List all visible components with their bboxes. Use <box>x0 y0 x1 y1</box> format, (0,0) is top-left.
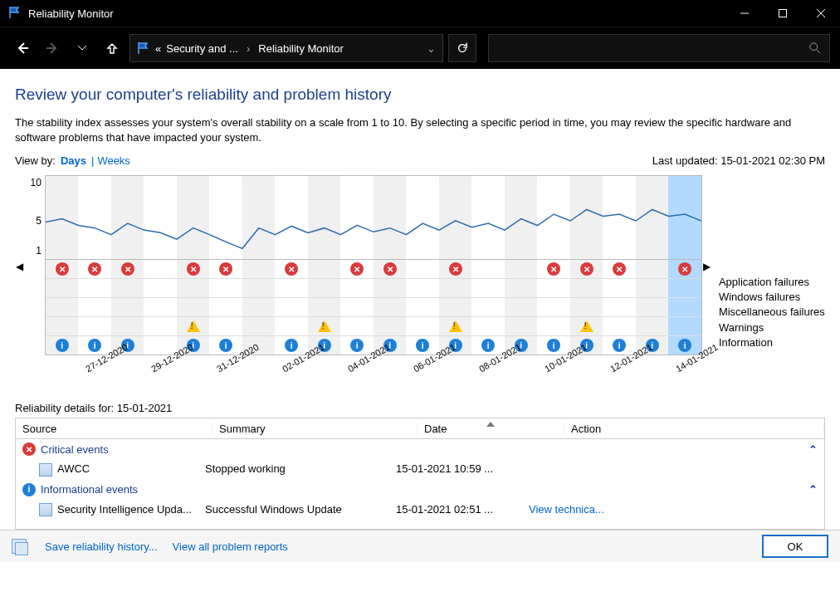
warn-icon <box>318 320 331 332</box>
search-icon <box>809 42 821 54</box>
err-icon: ✕ <box>678 262 691 276</box>
svg-point-6 <box>810 43 818 51</box>
row-windows-failures[interactable] <box>46 279 701 298</box>
date-axis: 27-12-202029-12-202031-12-202002-01-2021… <box>45 355 702 395</box>
details-title: Reliability details for: 15-01-2021 <box>15 402 825 414</box>
row-application-failures[interactable]: ✕✕✕✕✕✕✕✕✕✕✕✕✕ <box>46 260 701 279</box>
details-body[interactable]: ✕ Critical events ⌃ AWCC Stopped working… <box>15 439 825 530</box>
view-days-link[interactable]: Days <box>61 154 86 167</box>
legend-information: Information <box>719 335 825 350</box>
info-icon: i <box>416 339 429 352</box>
breadcrumb-truncate: « <box>155 42 161 55</box>
flag-icon <box>8 6 22 22</box>
err-icon: ✕ <box>350 262 364 276</box>
back-button[interactable] <box>10 36 35 61</box>
info-icon: i <box>285 339 298 352</box>
document-copy-icon <box>12 539 27 554</box>
forward-button[interactable] <box>40 36 65 61</box>
err-icon: ✕ <box>219 262 232 276</box>
ok-button[interactable]: OK <box>762 535 828 558</box>
content-area: Review your computer's reliability and p… <box>0 69 840 616</box>
view-by-label: View by: <box>15 154 56 167</box>
info-icon: i <box>481 339 495 352</box>
legend-warnings: Warnings <box>719 320 825 335</box>
event-rows: ✕✕✕✕✕✕✕✕✕✕✕✕✕ iiiiiiiiiiiiiiiiii <box>45 259 702 355</box>
info-icon: i <box>56 339 69 352</box>
table-row[interactable]: AWCC Stopped working 15-01-2021 10:59 ..… <box>16 459 824 480</box>
warn-icon <box>187 320 200 332</box>
row-miscellaneous-failures[interactable] <box>46 298 701 317</box>
view-technical-link[interactable]: View technica... <box>529 503 818 517</box>
legend-app-failures: Application failures <box>719 275 825 290</box>
info-icon: i <box>613 339 626 352</box>
err-icon: ✕ <box>121 262 134 276</box>
err-icon: ✕ <box>449 262 462 276</box>
titlebar: Reliability Monitor <box>0 0 840 27</box>
scroll-left-button[interactable]: ◀ <box>15 175 25 358</box>
err-icon: ✕ <box>580 262 593 276</box>
up-button[interactable] <box>100 36 125 61</box>
svg-line-7 <box>817 50 820 53</box>
svg-rect-1 <box>779 10 787 17</box>
err-icon: ✕ <box>56 262 69 276</box>
legend: Application failures Windows failures Mi… <box>712 175 825 395</box>
stability-graph[interactable] <box>45 175 702 259</box>
refresh-button[interactable] <box>448 34 476 62</box>
chevron-up-icon: ⌃ <box>808 483 818 496</box>
toolbar: « Security and ... › Reliability Monitor… <box>0 27 840 69</box>
col-source[interactable]: Source <box>16 423 212 435</box>
app-window: Reliability Monitor « Security and ... ›… <box>0 0 840 616</box>
footer: Save reliability history... View all pro… <box>0 530 840 562</box>
legend-win-failures: Windows failures <box>719 290 825 305</box>
col-summary[interactable]: Summary <box>212 423 418 435</box>
group-informational[interactable]: i Informational events ⌃ <box>16 480 824 500</box>
maximize-button[interactable] <box>764 0 802 27</box>
scroll-right-button[interactable]: ▶ <box>702 175 712 358</box>
info-icon: i <box>22 483 36 496</box>
err-icon: ✕ <box>285 262 298 276</box>
info-icon: i <box>88 339 101 352</box>
err-icon: ✕ <box>383 262 397 276</box>
info-icon: i <box>547 339 560 352</box>
error-icon: ✕ <box>22 442 36 456</box>
chevron-down-icon[interactable]: ⌄ <box>427 42 436 55</box>
breadcrumb[interactable]: « Security and ... › Reliability Monitor… <box>129 34 443 62</box>
breadcrumb-seg2[interactable]: Reliability Monitor <box>258 42 344 55</box>
group-critical[interactable]: ✕ Critical events ⌃ <box>16 439 824 459</box>
chevron-right-icon: › <box>247 42 250 55</box>
page-description: The stability index assesses your system… <box>15 115 825 144</box>
info-icon: i <box>678 339 691 352</box>
view-weeks-link[interactable]: Weeks <box>97 154 130 167</box>
last-updated: Last updated: 15-01-2021 02:30 PM <box>652 154 825 167</box>
legend-misc-failures: Miscellaneous failures <box>719 305 825 320</box>
window-title: Reliability Monitor <box>28 7 114 20</box>
save-history-link[interactable]: Save reliability history... <box>45 540 158 553</box>
details-header: Source Summary Date Action <box>15 418 825 439</box>
info-icon: i <box>219 339 232 352</box>
details-panel: Reliability details for: 15-01-2021 Sour… <box>0 395 840 530</box>
err-icon: ✕ <box>187 262 200 276</box>
history-dropdown[interactable] <box>70 36 95 61</box>
minimize-button[interactable] <box>725 0 764 27</box>
table-row[interactable]: Security Intelligence Upda... Successful… <box>16 500 824 521</box>
err-icon: ✕ <box>88 262 101 276</box>
breadcrumb-seg1[interactable]: Security and ... <box>166 42 238 55</box>
flag-icon <box>137 42 150 55</box>
app-icon <box>39 503 52 516</box>
warn-icon <box>580 320 593 332</box>
view-all-reports-link[interactable]: View all problem reports <box>173 540 288 553</box>
y-axis: 10 5 1 <box>25 175 45 395</box>
view-by-row: View by: Days | Weeks Last updated: 15-0… <box>15 154 825 167</box>
col-date[interactable]: Date <box>418 423 564 435</box>
chevron-up-icon: ⌃ <box>808 443 818 456</box>
row-warnings[interactable] <box>46 317 701 336</box>
search-input[interactable] <box>488 34 830 62</box>
err-icon: ✕ <box>613 262 626 276</box>
reliability-chart: ◀ 10 5 1 ✕✕✕✕✕✕✕✕✕✕✕✕✕ <box>0 175 840 395</box>
warn-icon <box>449 320 462 332</box>
info-icon: i <box>350 339 364 352</box>
close-button[interactable] <box>802 0 840 27</box>
col-action[interactable]: Action <box>564 423 824 435</box>
page-title: Review your computer's reliability and p… <box>15 86 825 104</box>
app-icon <box>39 463 52 477</box>
